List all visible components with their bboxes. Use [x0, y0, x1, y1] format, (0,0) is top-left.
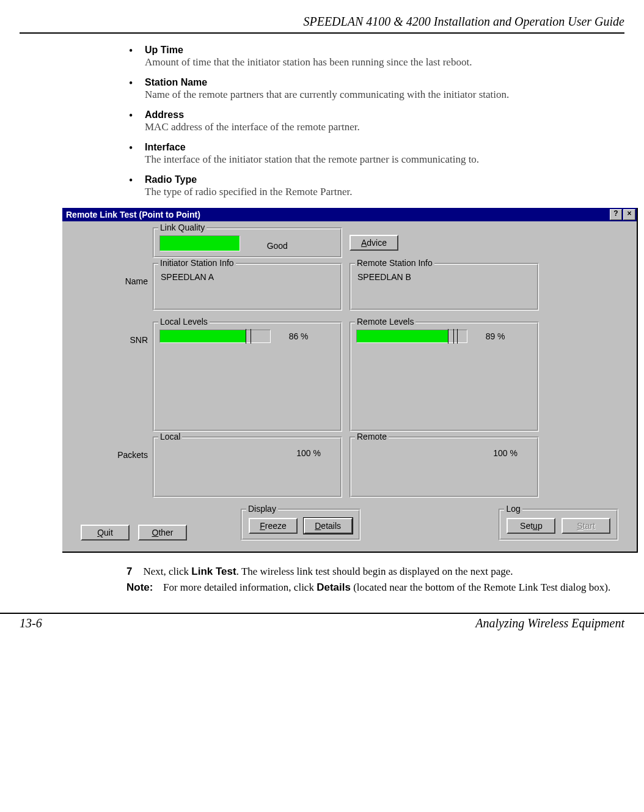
local-packets-group: Local 100 % — [153, 437, 342, 498]
page-number: 13-6 — [20, 616, 475, 630]
list-item: Interface The interface of the initiator… — [126, 142, 624, 167]
details-button[interactable]: Details — [304, 518, 353, 534]
term-radio-type: Radio Type — [145, 174, 624, 185]
note-text-post: (located near the bottom of the Remote L… — [351, 581, 610, 593]
snr-row-label: SNR — [81, 322, 153, 345]
desc-uptime: Amount of time that the initiator statio… — [145, 56, 624, 70]
field-definitions-list: Up Time Amount of time that the initiato… — [126, 45, 624, 199]
list-item: Address MAC address of the interface of … — [126, 109, 624, 135]
desc-interface: The interface of the initiator station t… — [145, 153, 624, 167]
list-item: Station Name Name of the remote partners… — [126, 77, 624, 102]
term-interface: Interface — [145, 142, 624, 153]
remote-link-test-dialog: Remote Link Test (Point to Point) ? × Li… — [62, 208, 638, 553]
term-station-name: Station Name — [145, 77, 624, 88]
log-group: Log Setup Start — [499, 509, 618, 541]
remote-levels-legend: Remote Levels — [355, 317, 415, 327]
other-button[interactable]: Other — [138, 525, 187, 541]
term-address: Address — [145, 109, 624, 120]
local-packets-legend: Local — [158, 432, 182, 441]
link-quality-rating: Good — [267, 241, 288, 251]
remote-snr-bar — [356, 330, 467, 343]
note-text-pre: For more detailed information, click — [163, 581, 317, 593]
note-label: Note: — [126, 580, 163, 596]
name-row-label: Name — [81, 263, 153, 286]
desc-address: MAC address of the interface of the remo… — [145, 120, 624, 135]
local-snr-value: 86 % — [289, 331, 309, 341]
step-7: 7Next, click Link Test. The wireless lin… — [126, 564, 624, 580]
page-header-title: SPEEDLAN 4100 & 4200 Installation and Op… — [20, 15, 624, 32]
remote-info-group: Remote Station Info SPEEDLAN B — [349, 263, 539, 311]
local-levels-group: Local Levels 86 % — [153, 322, 342, 432]
step-bold-link-test: Link Test — [191, 566, 236, 577]
freeze-button[interactable]: Freeze — [249, 518, 298, 534]
quit-button[interactable]: Quit — [81, 525, 130, 541]
list-item: Up Time Amount of time that the initiato… — [126, 45, 624, 70]
desc-station-name: Name of the remote partners that are cur… — [145, 88, 624, 102]
packets-row-label: Packets — [81, 437, 153, 460]
term-uptime: Up Time — [145, 45, 624, 56]
close-icon[interactable]: × — [623, 209, 635, 220]
link-quality-group: Link Quality Good — [153, 227, 342, 258]
remote-levels-group: Remote Levels 89 % — [349, 322, 539, 432]
initiator-name-value: SPEEDLAN A — [159, 271, 335, 304]
link-quality-legend: Link Quality — [158, 223, 207, 232]
footer-section-title: Analyzing Wireless Equipment — [475, 616, 624, 630]
initiator-legend: Initiator Station Info — [158, 258, 236, 268]
remote-legend: Remote Station Info — [355, 258, 434, 268]
help-icon[interactable]: ? — [610, 209, 622, 220]
setup-button[interactable]: Setup — [507, 518, 555, 534]
display-legend: Display — [246, 504, 278, 514]
remote-packets-legend: Remote — [355, 432, 389, 441]
list-item: Radio Type The type of radio specified i… — [126, 174, 624, 199]
note-bold-details: Details — [317, 581, 351, 593]
step-text-pre: Next, click — [143, 566, 191, 577]
page-footer: 13-6 Analyzing Wireless Equipment — [0, 613, 644, 643]
remote-packets-value: 100 % — [356, 445, 532, 458]
note-block: Note: For more detailed information, cli… — [126, 580, 624, 596]
dialog-titlebar[interactable]: Remote Link Test (Point to Point) ? × — [62, 208, 637, 221]
local-snr-bar — [159, 330, 271, 343]
initiator-info-group: Initiator Station Info SPEEDLAN A — [153, 263, 342, 311]
link-quality-bar — [159, 235, 240, 251]
dialog-title: Remote Link Test (Point to Point) — [66, 210, 609, 220]
header-rule — [20, 32, 624, 34]
local-packets-value: 100 % — [159, 445, 335, 458]
display-group: Display Freeze Details — [241, 509, 360, 541]
advice-button[interactable]: Advice — [349, 235, 398, 251]
step-text-post: . The wireless link test should begin as… — [236, 566, 513, 577]
remote-packets-group: Remote 100 % — [349, 437, 539, 498]
desc-radio-type: The type of radio specified in the Remot… — [145, 185, 624, 199]
start-button[interactable]: Start — [562, 518, 610, 534]
step-number: 7 — [126, 566, 132, 577]
log-legend: Log — [504, 504, 522, 514]
remote-snr-value: 89 % — [486, 331, 505, 341]
local-levels-legend: Local Levels — [158, 317, 210, 327]
remote-name-value: SPEEDLAN B — [356, 271, 532, 304]
